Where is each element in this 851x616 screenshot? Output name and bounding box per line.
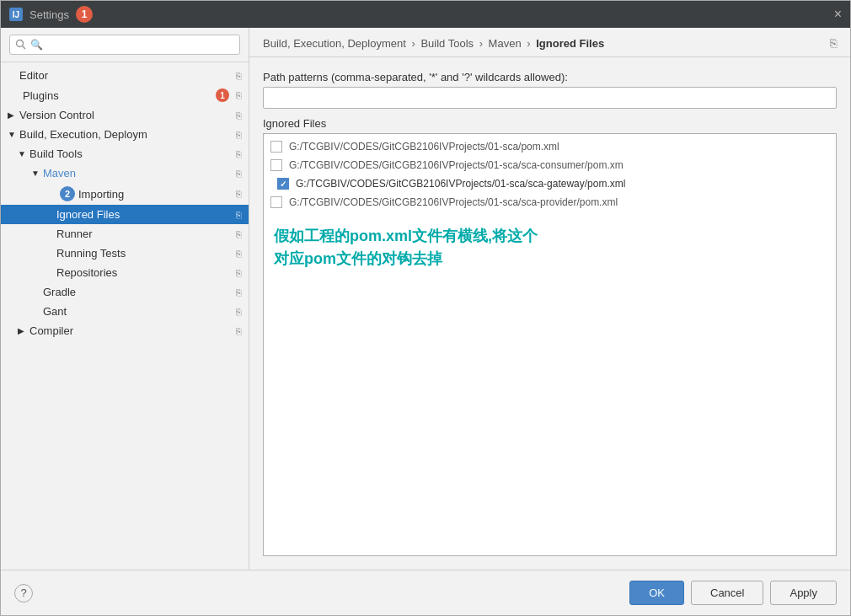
breadcrumb-sep-1: ›	[411, 37, 418, 50]
help-button[interactable]: ?	[14, 584, 33, 603]
arrow-expanded-icon: ▼	[18, 149, 28, 158]
search-box	[1, 28, 249, 62]
content-body: Path patterns (comma-separated, '*' and …	[249, 57, 850, 570]
sidebar-item-importing[interactable]: 2 Importing ⎘	[1, 183, 249, 205]
file-checkbox-1[interactable]	[270, 141, 282, 153]
sidebar-item-label: Build Tools	[29, 147, 233, 160]
ignored-files-label: Ignored Files	[263, 117, 837, 130]
breadcrumb: Build, Execution, Deployment › Build Too…	[263, 37, 604, 50]
copy-icon: ⎘	[236, 71, 242, 81]
copy-icon: ⎘	[236, 90, 242, 100]
plugins-badge: 1	[216, 88, 229, 102]
cancel-button[interactable]: Cancel	[691, 581, 763, 605]
title-bar-left: IJ Settings 1	[9, 6, 93, 23]
copy-icon: ⎘	[236, 249, 242, 259]
file-path-2: G:/TCGBIV/CODES/GitCGB2106IVProjects/01-…	[289, 159, 624, 171]
app-icon: IJ	[9, 8, 23, 21]
sidebar-item-compiler[interactable]: ▶ Compiler ⎘	[1, 321, 249, 340]
file-checkbox-2[interactable]	[270, 159, 282, 171]
copy-icon: ⎘	[236, 210, 242, 220]
file-item-1: G:/TCGBIV/CODES/GitCGB2106IVProjects/01-…	[264, 137, 836, 156]
apply-button[interactable]: Apply	[770, 581, 837, 605]
arrow-expanded-icon: ▼	[31, 169, 41, 178]
sidebar-item-label: Runner	[56, 228, 233, 240]
sidebar-item-label: Gradle	[43, 286, 233, 298]
file-path-3: G:/TCGBIV/CODES/GitCGB2106IVProjects/01-…	[296, 178, 625, 190]
copy-icon: ⎘	[236, 169, 242, 179]
file-item-3: 3 G:/TCGBIV/CODES/GitCGB2106IVProjects/0…	[264, 174, 836, 193]
breadcrumb-part-3[interactable]: Maven	[489, 37, 522, 50]
sidebar-item-gradle[interactable]: Gradle ⎘	[1, 282, 249, 302]
file-checkbox-4[interactable]	[270, 196, 282, 208]
settings-dialog: IJ Settings 1 × Editor ⎘ Plugi	[0, 0, 851, 616]
breadcrumb-part-2[interactable]: Build Tools	[420, 37, 474, 50]
sidebar-item-label: Editor	[19, 69, 233, 82]
sidebar-item-label: Build, Execution, Deploym	[19, 128, 233, 141]
sidebar-item-repositories[interactable]: Repositories ⎘	[1, 263, 249, 282]
dialog-title: Settings	[29, 8, 69, 21]
sidebar-item-build-execution[interactable]: ▼ Build, Execution, Deploym ⎘	[1, 125, 249, 144]
file-item-2: G:/TCGBIV/CODES/GitCGB2106IVProjects/01-…	[264, 156, 836, 174]
close-button[interactable]: ×	[834, 8, 842, 21]
content-area: Build, Execution, Deployment › Build Too…	[249, 28, 850, 570]
sidebar-item-label: Compiler	[29, 324, 233, 337]
path-patterns-section: Path patterns (comma-separated, '*' and …	[263, 71, 837, 109]
arrow-expanded-icon: ▼	[8, 130, 18, 139]
sidebar: Editor ⎘ Plugins 1 ⎘ ▶ Version Control ⎘	[1, 28, 249, 570]
footer-left: ?	[14, 584, 33, 603]
sidebar-item-editor[interactable]: Editor ⎘	[1, 66, 249, 85]
title-bar: IJ Settings 1 ×	[1, 1, 850, 28]
sidebar-item-label: Maven	[43, 167, 233, 179]
sidebar-item-maven[interactable]: ▼ Maven ⎘	[1, 163, 249, 183]
footer: ? OK Cancel Apply	[1, 570, 850, 615]
sidebar-item-label: Version Control	[19, 109, 233, 121]
file-checkbox-3[interactable]	[277, 178, 289, 190]
arrow-collapsed-icon: ▶	[18, 326, 28, 335]
copy-icon: ⎘	[236, 110, 242, 121]
breadcrumb-sep-2: ›	[479, 37, 486, 50]
copy-icon: ⎘	[236, 307, 242, 317]
copy-icon: ⎘	[236, 326, 242, 336]
files-list: G:/TCGBIV/CODES/GitCGB2106IVProjects/01-…	[263, 133, 837, 556]
arrow-collapsed-icon: ▶	[8, 110, 18, 120]
breadcrumb-part-4: Ignored Files	[536, 37, 604, 50]
copy-icon: ⎘	[236, 287, 242, 297]
sidebar-item-ignored-files[interactable]: Ignored Files ⎘	[1, 205, 249, 224]
sidebar-item-running-tests[interactable]: Running Tests ⎘	[1, 244, 249, 263]
path-patterns-label: Path patterns (comma-separated, '*' and …	[263, 71, 837, 83]
breadcrumb-part-1[interactable]: Build, Execution, Deployment	[263, 37, 406, 50]
sidebar-item-label: Running Tests	[56, 247, 233, 260]
breadcrumb-sep-3: ›	[527, 37, 533, 50]
sidebar-item-build-tools[interactable]: ▼ Build Tools ⎘	[1, 144, 249, 163]
search-input[interactable]	[9, 35, 240, 55]
sidebar-item-label: Repositories	[56, 266, 233, 279]
copy-breadcrumb-icon[interactable]: ⎘	[830, 36, 837, 50]
title-badge: 1	[76, 6, 93, 23]
file-path-4: G:/TCGBIV/CODES/GitCGB2106IVProjects/01-…	[289, 196, 618, 208]
main-area: Editor ⎘ Plugins 1 ⎘ ▶ Version Control ⎘	[1, 28, 850, 570]
sidebar-item-plugins[interactable]: Plugins 1 ⎘	[1, 85, 249, 105]
ok-button[interactable]: OK	[629, 581, 684, 605]
sidebar-item-label: Gant	[43, 305, 233, 318]
file-path-1: G:/TCGBIV/CODES/GitCGB2106IVProjects/01-…	[289, 141, 559, 153]
nav-tree: Editor ⎘ Plugins 1 ⎘ ▶ Version Control ⎘	[1, 62, 249, 570]
file-item-4: G:/TCGBIV/CODES/GitCGB2106IVProjects/01-…	[264, 193, 836, 212]
sidebar-item-label: Importing	[78, 188, 229, 201]
copy-icon: ⎘	[236, 189, 242, 199]
footer-right: OK Cancel Apply	[629, 581, 837, 605]
path-patterns-input[interactable]	[263, 87, 837, 109]
copy-icon: ⎘	[236, 130, 242, 140]
annotation-text: 假如工程的pom.xml文件有横线,将这个 对应pom文件的对钩去掉	[264, 218, 836, 277]
ignored-files-section: Ignored Files G:/TCGBIV/CODES/GitCGB2106…	[263, 117, 837, 556]
copy-icon: ⎘	[236, 229, 242, 239]
sidebar-item-runner[interactable]: Runner ⎘	[1, 224, 249, 244]
sidebar-item-gant[interactable]: Gant ⎘	[1, 302, 249, 321]
sidebar-item-label: Ignored Files	[56, 208, 233, 221]
copy-icon: ⎘	[236, 268, 242, 278]
badge2: 2	[60, 186, 75, 201]
sidebar-item-version-control[interactable]: ▶ Version Control ⎘	[1, 105, 249, 125]
sidebar-item-label: Plugins	[23, 89, 212, 102]
copy-icon: ⎘	[236, 149, 242, 159]
breadcrumb-bar: Build, Execution, Deployment › Build Too…	[249, 28, 850, 57]
